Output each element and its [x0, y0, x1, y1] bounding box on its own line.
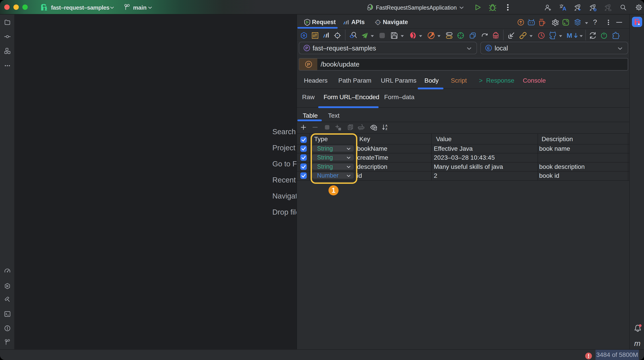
svg-text:Z: Z — [386, 127, 387, 131]
svg-text:A: A — [385, 124, 388, 127]
svg-text:E: E — [487, 46, 490, 50]
svg-text:A: A — [562, 5, 566, 11]
svg-text:P: P — [306, 46, 308, 50]
svg-text:P: P — [307, 62, 310, 67]
